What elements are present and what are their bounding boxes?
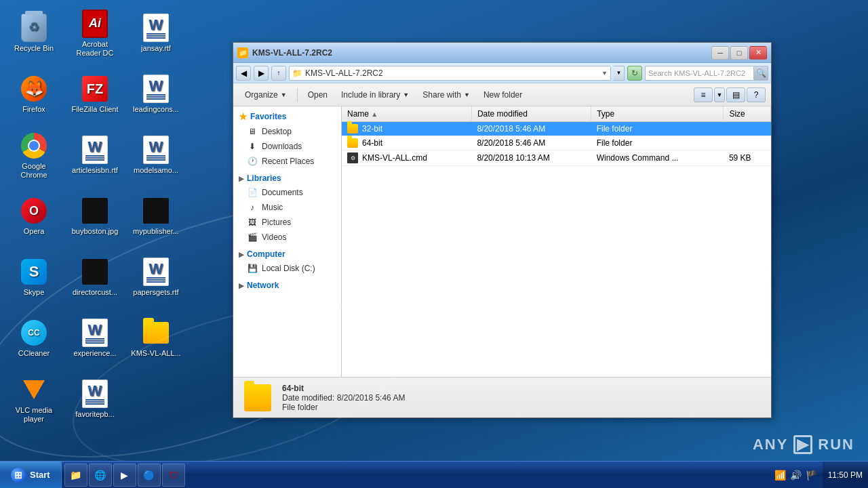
recycle-bin-label: Recycle Bin — [14, 44, 54, 53]
minimize-button[interactable]: ─ — [711, 46, 729, 60]
nav-item-desktop[interactable]: 🖥 Desktop — [233, 124, 341, 139]
file-date-cell: 8/20/2018 5:46 AM — [471, 122, 591, 136]
computer-expand-icon: ▶ — [239, 251, 244, 258]
experience-icon — [82, 319, 108, 347]
nav-item-local-disk[interactable]: 💾 Local Disk (C:) — [233, 261, 341, 276]
desktop-icon-firefox[interactable]: 🦊 Firefox — [3, 64, 64, 125]
desktop-icon-articlesisbn[interactable]: articlesisbn.rtf — [64, 125, 125, 186]
desktop-icon-mypublisher[interactable]: mypublisher... — [125, 186, 186, 247]
table-row[interactable]: 64-bit 8/20/2018 5:46 AM File folder — [342, 136, 771, 150]
ccleaner-icon: CC — [21, 320, 47, 346]
taskbar-item-explorer[interactable]: 📁 — [64, 464, 87, 487]
address-input[interactable]: 📁 KMS-VL-ALL-7.2RC2 ▼ — [289, 66, 611, 81]
nav-item-videos[interactable]: 🎬 Videos — [233, 230, 341, 245]
search-placeholder: Search KMS-VL-ALL-7.2RC2 — [648, 69, 745, 77]
desktop-icon-experience[interactable]: experience... — [64, 308, 125, 369]
desktop-icon-acrobat[interactable]: Ai Acrobat Reader DC — [64, 3, 125, 64]
organize-button[interactable]: Organize ▼ — [239, 86, 293, 104]
nav-item-documents[interactable]: 📄 Documents — [233, 185, 341, 200]
desktop-icon-jansay[interactable]: jansay.rtf — [125, 3, 186, 64]
col-type[interactable]: Type — [591, 106, 724, 122]
nav-item-pictures[interactable]: 🖼 Pictures — [233, 215, 341, 230]
libraries-header[interactable]: ▶ Libraries — [233, 171, 341, 185]
status-date: Date modified: 8/20/2018 5:46 AM — [282, 393, 405, 403]
nav-downloads-label: Downloads — [262, 142, 302, 151]
nav-item-downloads[interactable]: ⬇ Downloads — [233, 139, 341, 154]
kms-all-label: KMS-VL-ALL... — [131, 349, 180, 358]
network-header[interactable]: ▶ Network — [233, 279, 341, 292]
desktop-icon-ccleaner[interactable]: CC CCleaner — [3, 308, 64, 369]
nav-item-recent-places[interactable]: 🕐 Recent Places — [233, 154, 341, 169]
tray-flag-icon[interactable]: 🏴 — [806, 470, 817, 481]
start-button[interactable]: ⊞ Start — [0, 462, 62, 488]
filezilla-label: FileZilla Client — [71, 105, 118, 114]
desktop-icon-recycle-bin[interactable]: Recycle Bin — [3, 3, 64, 64]
new-folder-button[interactable]: New folder — [477, 86, 528, 104]
desktop-icon-directorcust[interactable]: directorcust... — [64, 247, 125, 308]
libraries-expand-icon: ▶ — [239, 175, 244, 182]
taskbar-clock[interactable]: 11:50 PM — [828, 470, 863, 480]
col-name[interactable]: Name ▲ — [342, 106, 471, 122]
back-button[interactable]: ◀ — [236, 66, 251, 81]
desktop-icon-skype[interactable]: S Skype — [3, 247, 64, 308]
preview-pane-button[interactable]: ▤ — [726, 87, 745, 102]
taskbar-item-chrome[interactable]: 🔵 — [138, 464, 161, 487]
title-bar-buttons: ─ □ ✕ — [711, 46, 767, 60]
tray-volume-icon[interactable]: 🔊 — [790, 470, 802, 481]
desktop-icon-modelsamo[interactable]: modelsamo... — [125, 125, 186, 186]
table-row[interactable]: ⚙ KMS-VL-ALL.cmd 8/20/2018 10:13 AM Wind… — [342, 150, 771, 166]
address-dropdown[interactable]: ▼ — [614, 66, 625, 81]
share-with-button[interactable]: Share with ▼ — [416, 86, 476, 104]
taskbar-antivirus-icon: 🛡 — [167, 468, 180, 482]
nav-local-disk-label: Local Disk (C:) — [262, 264, 315, 273]
desktop-icon-filezilla[interactable]: FZ FileZilla Client — [64, 64, 125, 125]
toolbar: Organize ▼ Open Include in library ▼ Sha… — [233, 83, 771, 106]
taskbar-media-icon: ▶ — [118, 468, 132, 482]
nav-pictures-label: Pictures — [262, 218, 291, 227]
favorites-label: Favorites — [250, 112, 286, 121]
documents-icon: 📄 — [247, 187, 258, 198]
desktop-icon-favoritepb[interactable]: favoritepb... — [64, 369, 125, 430]
include-library-button[interactable]: Include in library ▼ — [335, 86, 415, 104]
search-input[interactable]: Search KMS-VL-ALL-7.2RC2 — [645, 66, 753, 81]
taskbar-item-ie[interactable]: 🌐 — [89, 464, 112, 487]
close-button[interactable]: ✕ — [749, 46, 767, 60]
search-button[interactable]: 🔍 — [753, 66, 768, 81]
nav-item-music[interactable]: ♪ Music — [233, 200, 341, 215]
desktop-icon-opera[interactable]: O Opera — [3, 186, 64, 247]
folder-icon-small: 📁 — [292, 68, 302, 78]
desktop-icon-kms-all[interactable]: KMS-VL-ALL... — [125, 308, 186, 369]
table-row[interactable]: 32-bit 8/20/2018 5:46 AM File folder — [342, 122, 771, 136]
desktop-icon-chrome[interactable]: Google Chrome — [3, 125, 64, 186]
desktop-icon-vlc[interactable]: VLC media player — [3, 369, 64, 430]
taskbar-item-media[interactable]: ▶ — [113, 464, 136, 487]
articlesisbn-icon — [82, 136, 108, 164]
skype-icon: S — [21, 259, 47, 285]
help-button[interactable]: ? — [747, 87, 766, 102]
mypublisher-label: mypublisher... — [133, 227, 179, 236]
up-button[interactable]: ↑ — [271, 66, 286, 81]
modelsamo-icon — [143, 136, 169, 164]
favorites-header[interactable]: ★ Favorites — [233, 109, 341, 124]
toolbar-right: ≡ ▼ ▤ ? — [694, 87, 766, 102]
tray-network-icon[interactable]: 📶 — [774, 470, 786, 481]
file-pane: Name ▲ Date modified Type Size — [342, 106, 771, 377]
col-size[interactable]: Size — [724, 106, 771, 122]
desktop-icon-papersgets[interactable]: papersgets.rtf — [125, 247, 186, 308]
col-date-modified[interactable]: Date modified — [471, 106, 591, 122]
nav-desktop-label: Desktop — [262, 127, 292, 136]
status-type: File folder — [282, 403, 405, 412]
desktop-icon-leadingcons[interactable]: leadingcons... — [125, 64, 186, 125]
desktop-icon-buyboston[interactable]: buyboston.jpg — [64, 186, 125, 247]
refresh-button[interactable]: ↻ — [627, 66, 642, 81]
cmd-icon: ⚙ — [347, 152, 358, 163]
firefox-label: Firefox — [22, 105, 45, 114]
open-button[interactable]: Open — [302, 86, 334, 104]
view-dropdown-button[interactable]: ▼ — [714, 87, 725, 102]
taskbar-item-antivirus[interactable]: 🛡 — [162, 464, 185, 487]
share-with-arrow: ▼ — [464, 92, 470, 98]
forward-button[interactable]: ▶ — [254, 66, 269, 81]
maximize-button[interactable]: □ — [730, 46, 748, 60]
computer-header[interactable]: ▶ Computer — [233, 247, 341, 261]
view-options-button[interactable]: ≡ — [694, 87, 713, 102]
